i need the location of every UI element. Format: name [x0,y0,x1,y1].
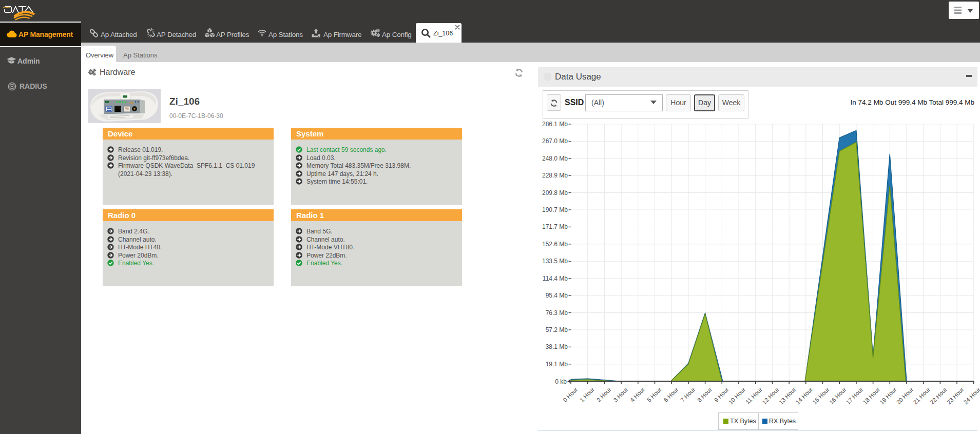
svg-text:22 Hour: 22 Hour [929,386,948,406]
svg-text:286.1 Mb: 286.1 Mb [542,121,568,128]
svg-text:95.4 Mb: 95.4 Mb [546,292,568,299]
svg-text:20 Hour: 20 Hour [895,386,915,406]
svg-text:10 Hour: 10 Hour [727,386,747,406]
svg-text:1 Hour: 1 Hour [579,386,595,403]
svg-text:6 Hour: 6 Hour [663,386,680,403]
svg-text:7 Hour: 7 Hour [679,386,696,403]
svg-text:38.1 Mb: 38.1 Mb [546,343,568,350]
svg-text:248.0 Mb: 248.0 Mb [542,155,568,162]
svg-text:11 Hour: 11 Hour [744,386,763,405]
svg-text:57.2 Mb: 57.2 Mb [546,326,568,333]
svg-text:8 Hour: 8 Hour [696,386,713,403]
svg-text:16 Hour: 16 Hour [828,386,848,406]
svg-text:17 Hour: 17 Hour [845,386,864,406]
svg-text:23 Hour: 23 Hour [946,386,965,406]
svg-text:114.4 Mb: 114.4 Mb [543,275,568,282]
svg-text:19.1 Mb: 19.1 Mb [546,361,568,368]
svg-text:21 Hour: 21 Hour [912,386,932,406]
svg-text:0 Hour: 0 Hour [562,386,579,403]
svg-text:133.5 Mb: 133.5 Mb [542,258,568,265]
svg-text:19 Hour: 19 Hour [878,386,898,406]
svg-text:24 Hour: 24 Hour [963,386,980,406]
svg-text:12 Hour: 12 Hour [761,386,780,406]
svg-text:267.0 Mb: 267.0 Mb [542,137,568,145]
svg-text:3 Hour: 3 Hour [612,386,629,403]
svg-text:15 Hour: 15 Hour [811,386,831,406]
svg-text:152.6 Mb: 152.6 Mb [542,241,568,248]
svg-text:18 Hour: 18 Hour [862,386,881,406]
svg-text:190.7 Mb: 190.7 Mb [542,206,568,213]
svg-text:5 Hour: 5 Hour [646,386,663,403]
svg-text:0 kb: 0 kb [555,378,567,385]
svg-text:171.7 Mb: 171.7 Mb [542,223,568,230]
svg-text:13 Hour: 13 Hour [778,386,797,406]
svg-text:76.3 Mb: 76.3 Mb [546,309,568,317]
svg-text:209.8 Mb: 209.8 Mb [542,189,568,196]
svg-text:2 Hour: 2 Hour [595,386,612,403]
svg-text:4 Hour: 4 Hour [629,386,646,403]
svg-text:14 Hour: 14 Hour [795,386,814,406]
svg-text:228.9 Mb: 228.9 Mb [542,172,568,179]
